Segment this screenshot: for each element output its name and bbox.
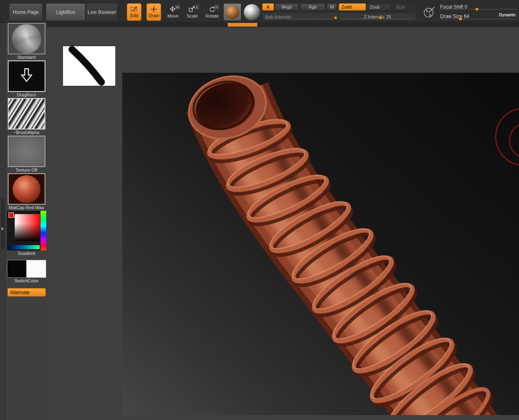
rotate-badge: R [215, 5, 219, 9]
black-swatch[interactable] [7, 260, 27, 278]
material-thumbnail[interactable] [8, 173, 45, 205]
move-label: Move [168, 13, 179, 18]
rotate-label: Rotate [206, 13, 219, 18]
tool-shelf: Standard DragRect ~BrushAlpha Texture Of… [6, 23, 47, 420]
tray-tab[interactable] [108, 23, 138, 27]
standard-brush-icon [12, 24, 41, 54]
brush-label: Standard [7, 54, 46, 60]
shelf-item-material[interactable]: MatCap Red Wax [7, 173, 46, 211]
shelf-item-color-picker[interactable]: Gradient [7, 211, 46, 257]
tray-tab[interactable] [198, 23, 228, 27]
brush-alpha-preview [63, 46, 115, 86]
rgb-button[interactable]: Rgb [300, 3, 325, 11]
scale-badge: S [195, 5, 199, 9]
tray-tab[interactable] [288, 23, 317, 27]
zbrush-app: Home Page LightBox Live Boolean Edit Dra… [0, 0, 519, 420]
tray-strip-filler [347, 23, 519, 27]
rotate-icon: R [209, 6, 216, 12]
left-tray-scrollbar[interactable] [1, 198, 4, 250]
rgb-intensity-handle[interactable] [334, 16, 337, 19]
tray-tab[interactable] [168, 23, 198, 27]
alternate-button[interactable]: Alternate [7, 288, 46, 297]
tray-scroll-strip [47, 23, 519, 27]
selected-color-swatch[interactable] [9, 212, 14, 218]
zadd-button[interactable]: Zadd [339, 3, 366, 11]
dynamic-toggle[interactable]: Dynamic [499, 13, 516, 17]
move-button[interactable]: M Move [166, 3, 180, 21]
shelf-item-brush[interactable]: Standard [7, 23, 46, 60]
hue-strip[interactable] [40, 211, 46, 250]
gradient-label: Gradient [7, 250, 46, 257]
spectrum-strip[interactable] [8, 245, 40, 249]
switchcolor-swatches [7, 260, 46, 278]
material-sphere-icon [225, 5, 239, 19]
sculptris-pro-button[interactable]: S [422, 3, 436, 21]
rgb-intensity-slider[interactable]: Rgb Intensity [262, 13, 339, 20]
color-picker[interactable] [7, 211, 46, 250]
move-icon: M [169, 6, 177, 12]
z-intensity-slider[interactable]: Z Intensity 25 [339, 13, 416, 20]
sculptris-pro-icon: S [423, 6, 436, 19]
zsub-button[interactable]: Zsub [367, 3, 391, 11]
tray-open-arrow-icon[interactable] [2, 227, 4, 230]
main-area: Standard DragRect ~BrushAlpha Texture Of… [0, 23, 519, 420]
tray-tab[interactable] [79, 23, 108, 27]
draw-size-handle[interactable] [459, 18, 462, 20]
draw-button[interactable]: Draw [146, 3, 161, 21]
brush-thumbnail[interactable] [8, 23, 45, 54]
workspace [47, 23, 519, 420]
zcut-button: Zcut [393, 3, 416, 11]
brush-cursor-icon [496, 108, 519, 165]
alpha-stroke-icon [63, 46, 115, 86]
current-alpha-sphere[interactable] [243, 3, 261, 21]
white-swatch[interactable] [27, 260, 46, 278]
svg-text:S: S [429, 13, 431, 17]
tray-tab[interactable] [49, 23, 79, 27]
shelf-item-texture[interactable]: Texture Off [7, 136, 46, 173]
alpha-thumbnail[interactable] [8, 98, 45, 130]
canvas-document[interactable] [122, 73, 519, 415]
tray-tab[interactable] [258, 23, 288, 27]
z-intensity-value: 25 [386, 14, 391, 19]
rotate-button[interactable]: R Rotate [204, 3, 220, 21]
saturation-value-box[interactable] [15, 214, 40, 241]
sculpt-viewport[interactable] [122, 73, 519, 415]
material-label: MatCap Red Wax [7, 205, 46, 211]
edit-button[interactable]: Edit [127, 3, 142, 21]
draw-icon [150, 6, 157, 12]
edit-icon [130, 6, 138, 12]
focal-shift-handle[interactable] [475, 8, 479, 11]
m-button[interactable]: M [327, 3, 337, 11]
a-button[interactable]: A [262, 3, 274, 11]
edit-label: Edit [130, 13, 138, 18]
tray-tab[interactable] [138, 23, 168, 27]
sculpt-model [181, 73, 499, 415]
rgb-intensity-label: Rgb Intensity [265, 14, 291, 19]
live-boolean-button[interactable]: Live Boolean [86, 3, 118, 21]
matcap-sphere-icon [13, 175, 40, 203]
mrgb-button[interactable]: Mrgb [275, 3, 299, 11]
switchcolor-label: SwitchColor [7, 278, 46, 284]
draw-size-track [440, 19, 518, 19]
shelf-item-switchcolor[interactable]: SwitchColor [7, 260, 46, 284]
current-material-tile[interactable] [223, 3, 241, 21]
stroke-label: DragRect [7, 92, 46, 98]
rgb-intensity-track [264, 19, 333, 19]
lightbox-button[interactable]: LightBox [46, 3, 85, 21]
shelf-item-alpha[interactable]: ~BrushAlpha [7, 98, 46, 136]
scale-button[interactable]: S Scale [185, 3, 200, 21]
home-page-button[interactable]: Home Page [9, 3, 43, 21]
tray-tab-active[interactable] [228, 23, 258, 27]
texture-thumbnail[interactable] [8, 136, 45, 167]
scale-label: Scale [186, 13, 198, 18]
texture-label: Texture Off [7, 167, 46, 173]
tray-tab[interactable] [317, 23, 347, 27]
alpha-label: ~BrushAlpha [7, 130, 46, 136]
stroke-thumbnail[interactable] [8, 60, 45, 92]
z-intensity-handle[interactable] [379, 16, 382, 19]
shelf-item-stroke[interactable]: DragRect [7, 60, 46, 98]
move-badge: M [175, 5, 180, 9]
bw-sphere-icon [244, 4, 260, 20]
z-intensity-track [341, 19, 411, 19]
draw-size-value: 64 [464, 13, 469, 19]
